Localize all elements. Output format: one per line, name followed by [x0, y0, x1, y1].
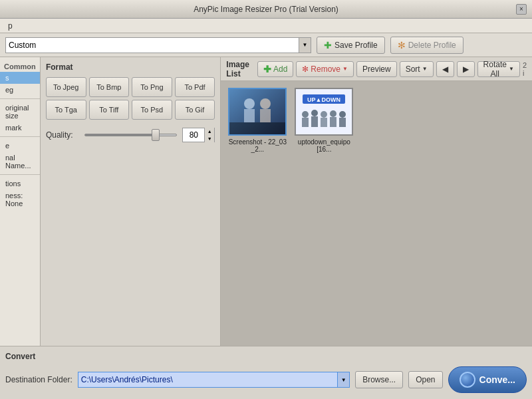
- svg-point-9: [302, 111, 309, 118]
- svg-rect-18: [339, 118, 346, 127]
- remove-label: Remove: [311, 65, 340, 74]
- svg-rect-10: [302, 118, 309, 127]
- sidebar-item-name[interactable]: nal Name...: [0, 152, 40, 172]
- convert-circle-icon: [460, 372, 475, 388]
- svg-point-1: [244, 98, 255, 109]
- remove-dropdown-icon: ▼: [342, 66, 348, 72]
- close-button[interactable]: ×: [516, 4, 527, 15]
- profile-select-wrapper[interactable]: [5, 37, 311, 53]
- sidebar-item-ness[interactable]: ness: None: [0, 190, 40, 209]
- format-panel: Format To Jpeg To Bmp To Png To Pdf To T…: [41, 57, 221, 346]
- image-thumb-2[interactable]: UP▲DOWN uptodown_equipo [16..: [294, 88, 354, 153]
- quality-slider[interactable]: [84, 134, 177, 136]
- format-btn-tga[interactable]: To Tga: [46, 100, 86, 120]
- profile-select-arrow[interactable]: [299, 38, 311, 53]
- menubar: p: [0, 19, 532, 33]
- quality-label: Quality:: [46, 130, 79, 140]
- sidebar-item-s[interactable]: s: [0, 72, 40, 84]
- svg-point-13: [321, 111, 327, 118]
- arrow-left-icon: ◀: [442, 65, 448, 74]
- format-title: Format: [46, 63, 215, 72]
- convert-bar: Convert Destination Folder: Browse... Op…: [0, 346, 532, 399]
- delete-profile-button[interactable]: ✻ Delete Profile: [390, 37, 464, 54]
- svg-rect-2: [244, 109, 255, 122]
- svg-rect-14: [321, 118, 327, 127]
- sort-button[interactable]: Sort ▼: [400, 61, 434, 77]
- plus-icon: ✚: [263, 64, 271, 74]
- arrow-right-icon: ▶: [463, 65, 469, 74]
- svg-text:UP▲DOWN: UP▲DOWN: [307, 96, 340, 103]
- delete-profile-label: Delete Profile: [408, 41, 456, 50]
- main-content: Common s eg original size mark e nal Nam…: [0, 57, 532, 346]
- format-btn-jpeg[interactable]: To Jpeg: [46, 77, 86, 97]
- sidebar: Common s eg original size mark e nal Nam…: [0, 57, 41, 346]
- sidebar-item-original-size[interactable]: original size: [0, 102, 40, 122]
- convert-bar-title: Convert: [5, 352, 527, 361]
- svg-rect-12: [311, 116, 318, 127]
- sidebar-item-e[interactable]: e: [0, 140, 40, 152]
- format-btn-tiff[interactable]: To Tiff: [89, 100, 130, 120]
- quality-spinner: ▲ ▼: [204, 128, 214, 142]
- image-list-header: Image List ✚ Add ✻ Remove ▼ Preview Sort…: [221, 57, 532, 81]
- svg-rect-16: [330, 117, 336, 127]
- image-thumb-label-2: uptodown_equipo [16...: [295, 138, 353, 153]
- svg-point-15: [330, 110, 336, 117]
- format-buttons-grid: To Jpeg To Bmp To Png To Pdf To Tga To T…: [46, 77, 215, 120]
- add-label: Add: [273, 65, 287, 74]
- preview-button[interactable]: Preview: [356, 61, 397, 77]
- sidebar-item-tions[interactable]: tions: [0, 178, 40, 190]
- quality-value-wrapper[interactable]: ▲ ▼: [182, 128, 215, 142]
- image-thumb-frame-2: UP▲DOWN: [295, 88, 353, 136]
- sort-dropdown-icon: ▼: [422, 66, 428, 72]
- format-btn-bmp[interactable]: To Bmp: [89, 77, 130, 97]
- thumb-screenshot-svg: [229, 89, 285, 134]
- convert-row: Destination Folder: Browse... Open Conve…: [5, 366, 527, 393]
- sidebar-divider-2: [0, 136, 40, 137]
- convert-button[interactable]: Conve...: [448, 366, 527, 393]
- image-list-body: Screenshot - 22_03_2... UP▲DOWN: [221, 81, 532, 346]
- quality-spin-up[interactable]: ▲: [205, 128, 214, 135]
- convert-label: Conve...: [479, 374, 515, 385]
- browse-button[interactable]: Browse...: [355, 371, 403, 388]
- profilebar: ✚ Save Profile ✻ Delete Profile: [0, 33, 532, 57]
- sidebar-item-mark[interactable]: mark: [0, 122, 40, 134]
- arrow-left-button[interactable]: ◀: [436, 61, 454, 77]
- image-list-panel: Image List ✚ Add ✻ Remove ▼ Preview Sort…: [221, 57, 532, 346]
- svg-rect-4: [260, 109, 271, 122]
- format-btn-psd[interactable]: To Psd: [132, 100, 172, 120]
- open-button[interactable]: Open: [408, 371, 442, 388]
- destination-label: Destination Folder:: [5, 375, 72, 384]
- sidebar-item-eg[interactable]: eg: [0, 84, 40, 96]
- image-list-count: 2 i: [523, 61, 527, 77]
- remove-icon: ✻: [302, 65, 309, 74]
- quality-spin-down[interactable]: ▼: [205, 135, 214, 142]
- convert-path-arrow[interactable]: [337, 372, 349, 387]
- menu-item-p[interactable]: p: [3, 20, 18, 32]
- svg-rect-5: [229, 122, 285, 134]
- quality-value-input[interactable]: [183, 130, 204, 140]
- save-profile-icon: ✚: [324, 40, 332, 51]
- convert-path-input[interactable]: [78, 375, 337, 384]
- svg-point-11: [311, 110, 318, 116]
- quality-row: Quality: ▲ ▼: [46, 128, 215, 142]
- image-thumb-frame-1: [228, 88, 287, 136]
- convert-path-wrapper[interactable]: [78, 372, 350, 388]
- sidebar-divider-3: [0, 174, 40, 175]
- sidebar-section-common: Common: [0, 60, 40, 72]
- format-btn-pdf[interactable]: To Pdf: [175, 77, 215, 97]
- format-btn-gif[interactable]: To Gif: [175, 100, 215, 120]
- profile-select-input[interactable]: [6, 39, 299, 51]
- image-list-title: Image List: [226, 60, 249, 78]
- arrow-right-button[interactable]: ▶: [457, 61, 475, 77]
- image-thumb-1[interactable]: Screenshot - 22_03_2...: [227, 88, 287, 153]
- remove-button[interactable]: ✻ Remove ▼: [296, 61, 354, 77]
- save-profile-label: Save Profile: [334, 41, 378, 50]
- add-button[interactable]: ✚ Add: [257, 61, 293, 77]
- sidebar-divider-1: [0, 98, 40, 99]
- thumb-updown-svg: UP▲DOWN: [296, 89, 352, 134]
- preview-label: Preview: [362, 65, 391, 74]
- format-btn-png[interactable]: To Png: [132, 77, 172, 97]
- delete-profile-icon: ✻: [398, 40, 406, 51]
- save-profile-button[interactable]: ✚ Save Profile: [317, 37, 385, 54]
- rotate-all-button[interactable]: Rotate All ▼: [477, 61, 520, 77]
